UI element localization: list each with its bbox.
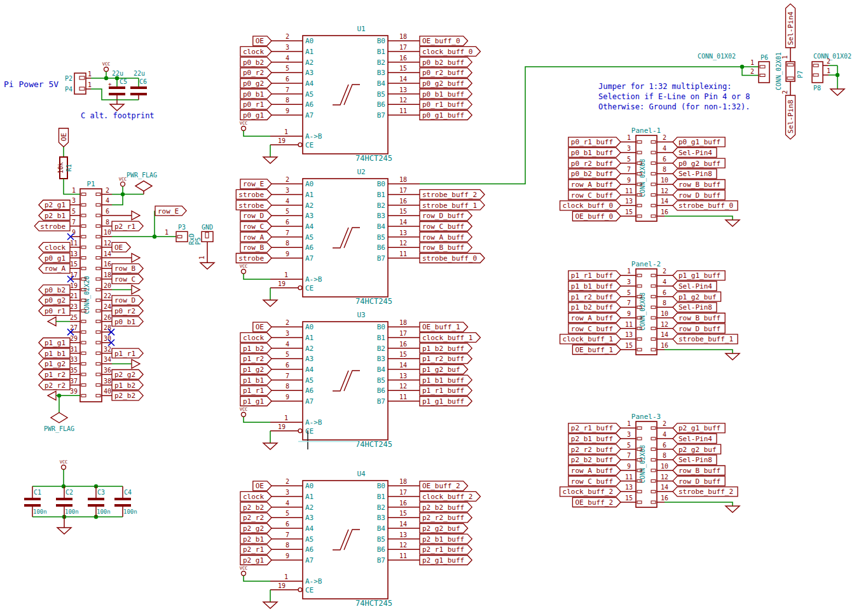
vcc-power-symbol[interactable]: [62, 465, 66, 470]
global-label[interactable]: OE_buff_0: [572, 211, 621, 221]
component-value[interactable]: GND: [202, 224, 213, 231]
global-label[interactable]: p1_b2_buff: [420, 343, 472, 353]
global-label[interactable]: p0_b1_buff: [568, 147, 621, 157]
global-label[interactable]: row_D_buff: [420, 211, 472, 221]
global-label[interactable]: OE_buff_2: [420, 481, 468, 491]
ref-designator[interactable]: U4: [357, 470, 366, 478]
note-text[interactable]: C alt. footprint: [81, 111, 155, 120]
component-p5[interactable]: [202, 231, 213, 242]
global-label[interactable]: OE_buff_2: [572, 497, 621, 507]
global-label[interactable]: row_B: [240, 243, 272, 252]
global-label[interactable]: row_C: [112, 274, 143, 284]
gnd-power-symbol[interactable]: [726, 506, 740, 512]
capacitor-plate[interactable]: [130, 93, 147, 95]
value-label[interactable]: 100n: [33, 509, 47, 515]
global-label[interactable]: p1_r1_buff: [420, 386, 472, 395]
global-label[interactable]: p1_g1_buff: [420, 396, 472, 406]
global-label[interactable]: row_D: [112, 296, 143, 305]
ref-designator[interactable]: P8: [813, 85, 821, 92]
global-label[interactable]: row_A_buff: [568, 313, 621, 322]
global-label[interactable]: row_A_buff: [420, 232, 472, 242]
global-label[interactable]: p0_r2_buff: [420, 68, 472, 78]
global-label[interactable]: p2_b2: [112, 391, 143, 400]
global-label[interactable]: p2_b1_buff: [568, 434, 621, 443]
value-label[interactable]: 100n: [123, 509, 137, 515]
ref-designator[interactable]: Panel-2: [631, 260, 661, 268]
empty-label-arrow[interactable]: [132, 211, 140, 220]
global-label[interactable]: clock: [240, 491, 272, 501]
global-label[interactable]: p1_g2_buf: [673, 292, 721, 301]
global-label[interactable]: p0_b1: [112, 317, 143, 326]
ref-designator[interactable]: U1: [357, 25, 365, 33]
global-label[interactable]: p2_g1_buff: [673, 423, 725, 433]
ref-designator[interactable]: R1: [65, 164, 72, 172]
global-label[interactable]: Sel-Pin4: [786, 4, 796, 48]
gnd-power-symbol[interactable]: [830, 89, 844, 95]
global-label[interactable]: row_A_buff: [568, 179, 621, 189]
gnd-power-symbol[interactable]: [726, 353, 740, 360]
ref-designator[interactable]: Panel-3: [631, 413, 661, 421]
global-label[interactable]: clock: [39, 242, 70, 252]
capacitor-plate[interactable]: [56, 504, 72, 507]
global-label[interactable]: p0_r2: [240, 68, 272, 78]
global-label[interactable]: clock: [240, 46, 272, 56]
global-label[interactable]: Sel-Pin4: [673, 147, 717, 157]
global-label[interactable]: p0_g2: [39, 296, 70, 305]
global-label[interactable]: p1_r2_buff: [420, 354, 472, 364]
ref-designator[interactable]: U3: [357, 311, 365, 319]
note-text[interactable]: Jumper for 1:32 multiplexing:: [598, 82, 732, 91]
global-label[interactable]: p1_r1: [112, 348, 143, 358]
global-label[interactable]: OE: [59, 128, 69, 147]
global-label[interactable]: row_C_buff: [420, 221, 472, 231]
capacitor-plate[interactable]: [114, 498, 131, 500]
global-label[interactable]: p2_r1: [240, 545, 272, 554]
empty-label-arrow[interactable]: [132, 285, 140, 294]
global-label[interactable]: p2_r2: [39, 380, 70, 390]
global-label[interactable]: strobe: [236, 200, 272, 210]
ref-designator[interactable]: C3: [97, 489, 105, 496]
global-label[interactable]: p1_g2_buf: [420, 364, 468, 374]
component-p6[interactable]: [759, 62, 769, 83]
global-label[interactable]: Sel-Pin4: [673, 281, 717, 291]
component-value[interactable]: 74HCT245: [355, 297, 392, 306]
global-label[interactable]: p0_r1: [39, 306, 70, 315]
gnd-power-symbol[interactable]: [200, 263, 214, 269]
global-label[interactable]: strobe_buff_0: [420, 253, 485, 263]
global-label[interactable]: Sel-Pin8: [786, 95, 796, 139]
global-label[interactable]: clock_buff_2: [420, 491, 480, 501]
ref-designator[interactable]: P1: [86, 180, 95, 188]
empty-label-arrow[interactable]: [48, 317, 56, 326]
note-text[interactable]: Pi Power 5V: [4, 79, 59, 89]
component-value[interactable]: CONN_01X02: [813, 53, 851, 60]
global-label[interactable]: p1_b1_buff: [420, 375, 472, 385]
value-label[interactable]: 22u: [134, 70, 145, 77]
ref-designator[interactable]: C4: [124, 489, 132, 496]
global-label[interactable]: p2_g2_buf: [420, 523, 468, 533]
ref-designator[interactable]: C2: [65, 489, 73, 496]
global-label[interactable]: p0_b2_buff: [568, 169, 621, 179]
value-label[interactable]: 22u: [112, 70, 123, 77]
global-label[interactable]: p1_b1: [240, 375, 272, 385]
global-label[interactable]: p2_b1: [240, 534, 272, 544]
global-label[interactable]: p1_g2: [240, 364, 272, 374]
gnd-power-symbol[interactable]: [263, 157, 277, 163]
ref-designator[interactable]: Panel-1: [631, 127, 661, 135]
pwr-flag-label[interactable]: PWR_FLAG: [127, 172, 157, 179]
global-label[interactable]: row_D_buff: [673, 476, 725, 486]
global-label[interactable]: p0_b2_buff: [420, 57, 472, 67]
pwr-flag-symbol[interactable]: [135, 181, 152, 191]
global-label[interactable]: OE_buff_0: [420, 36, 468, 46]
global-label[interactable]: p2_g2_buf: [673, 444, 721, 454]
global-label[interactable]: strobe_buff_0: [673, 201, 738, 210]
global-label[interactable]: Sel-Pin4: [673, 434, 717, 443]
capacitor-plate[interactable]: [88, 498, 104, 500]
global-label[interactable]: p2_b2_buff: [568, 455, 621, 465]
vcc-power-symbol[interactable]: [104, 67, 109, 72]
global-label[interactable]: OE: [253, 322, 272, 332]
ref-designator[interactable]: U2: [357, 168, 365, 176]
capacitor-plate[interactable]: [24, 504, 41, 507]
global-label[interactable]: row_D_buff: [673, 190, 725, 200]
global-label[interactable]: clock_buff_2: [560, 487, 621, 496]
global-label[interactable]: p0_r2_buff: [568, 158, 621, 168]
global-label[interactable]: p0_g1: [240, 110, 272, 120]
